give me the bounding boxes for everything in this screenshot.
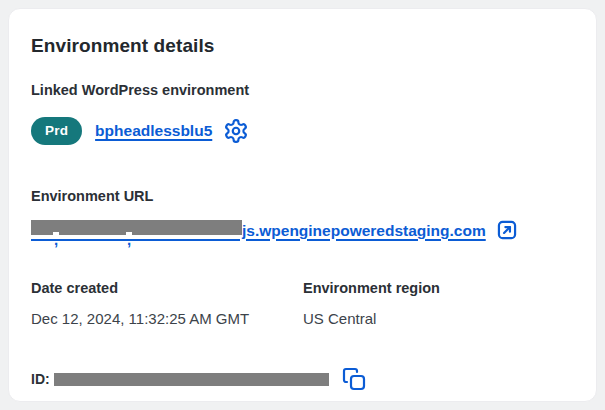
date-created-label: Date created bbox=[31, 280, 303, 297]
environment-url-row: , , js.wpenginepoweredstaging.com bbox=[31, 218, 574, 242]
open-url-button[interactable] bbox=[496, 219, 518, 241]
linked-environment-row: Prd bpheadlessblu5 bbox=[31, 117, 574, 145]
details-grid: Date created Dec 12, 2024, 11:32:25 AM G… bbox=[31, 280, 574, 328]
environment-url-label: Environment URL bbox=[31, 188, 574, 205]
environment-url-visible-text: js.wpenginepoweredstaging.com bbox=[242, 220, 486, 241]
redaction-bar-url: , , bbox=[31, 220, 242, 241]
environment-region-cell: Environment region US Central bbox=[303, 280, 574, 328]
environment-badge: Prd bbox=[31, 117, 82, 145]
date-created-value: Dec 12, 2024, 11:32:25 AM GMT bbox=[31, 310, 303, 328]
date-created-cell: Date created Dec 12, 2024, 11:32:25 AM G… bbox=[31, 280, 303, 328]
linked-environment-label: Linked WordPress environment bbox=[31, 82, 574, 99]
linked-environment-link[interactable]: bpheadlessblu5 bbox=[95, 122, 212, 140]
gear-icon bbox=[223, 118, 249, 144]
page-background: Environment details Linked WordPress env… bbox=[0, 0, 605, 410]
environment-details-card: Environment details Linked WordPress env… bbox=[8, 8, 597, 402]
redacted-descender: , bbox=[126, 232, 132, 247]
redaction-bar-id bbox=[54, 373, 329, 386]
page-title: Environment details bbox=[31, 35, 574, 57]
copy-id-button[interactable] bbox=[342, 367, 366, 391]
environment-region-label: Environment region bbox=[303, 280, 574, 297]
environment-url-link[interactable]: , , js.wpenginepoweredstaging.com bbox=[31, 220, 486, 241]
environment-id-row: ID: bbox=[31, 367, 574, 391]
environment-settings-button[interactable] bbox=[223, 118, 249, 144]
environment-id-label: ID: bbox=[31, 371, 50, 387]
environment-region-value: US Central bbox=[303, 310, 574, 328]
copy-icon bbox=[342, 367, 366, 391]
redacted-descender: , bbox=[53, 232, 59, 247]
external-link-icon bbox=[496, 219, 518, 241]
